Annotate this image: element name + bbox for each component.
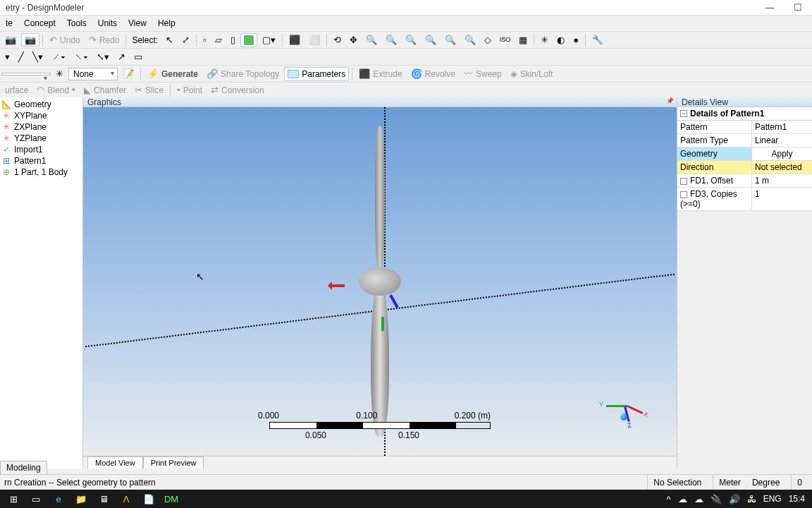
zoom-fit-icon[interactable]: 🔍 — [422, 33, 440, 47]
surface-button[interactable]: urface — [1, 83, 32, 97]
parameters-button[interactable]: Parameters — [284, 67, 349, 81]
conversion-button[interactable]: ⇄Conversion — [207, 83, 268, 97]
lasso-select-icon[interactable]: ⬜ — [305, 33, 324, 47]
zoom-in-icon[interactable]: 🔍 — [362, 33, 381, 47]
pan-icon[interactable]: ✥ — [346, 33, 361, 47]
line5-icon[interactable]: ⤡▾ — [93, 50, 113, 64]
line4-icon[interactable]: ⟍▾ — [70, 50, 92, 64]
menubar: te Concept Tools Units View Help — [0, 16, 812, 31]
rotate-icon[interactable]: ⟲ — [330, 33, 345, 47]
menu-view[interactable]: View — [123, 18, 152, 28]
select-face-icon[interactable]: ▯ — [227, 33, 239, 47]
select-cursor-icon[interactable]: ⤢ — [178, 33, 193, 47]
tray-onedrive-icon[interactable]: ☁ — [678, 495, 687, 504]
tree-root[interactable]: 📐Geometry — [0, 99, 82, 110]
select-edge-icon[interactable]: ▱ — [211, 33, 226, 47]
share-topology-button[interactable]: 🔗Share Topology — [203, 67, 283, 81]
plane-icon[interactable]: ✳ — [52, 67, 67, 80]
menu-help[interactable]: Help — [152, 18, 181, 28]
app1-icon[interactable]: 🖥 — [93, 491, 114, 507]
line-icon[interactable]: ╱ — [15, 50, 27, 64]
menu-units[interactable]: Units — [92, 18, 123, 28]
prop-pattern[interactable]: Pattern Pattern1 — [677, 121, 812, 134]
zoom-sel-icon[interactable]: 🔍 — [441, 33, 460, 47]
prop-fd3-copies[interactable]: FD3, Copies (>=0) 1 — [677, 188, 812, 211]
tray-network-icon[interactable]: 🖧 — [747, 495, 756, 504]
select-mode-dropdown[interactable]: ▢▾ — [259, 33, 279, 47]
slice-button[interactable]: ✂Slice — [131, 83, 167, 97]
select-arrow-icon[interactable]: ↖ — [162, 33, 177, 47]
rect-icon[interactable]: ▭ — [130, 50, 146, 64]
line3-icon[interactable]: ⟋▾ — [48, 50, 69, 64]
prop-fd1-offset[interactable]: FD1, Offset 1 m — [677, 174, 812, 188]
toolbar-row-1: 📷 📷 ↶Undo ↷Redo Select: ↖ ⤢ ▫ ▱ ▯ ▢▾ ⬛ ⬜… — [0, 31, 812, 48]
minimize-button[interactable]: — — [756, 0, 784, 16]
start-button[interactable]: ⊞ — [3, 491, 24, 507]
zoom-box-icon[interactable]: 🔍 — [402, 33, 420, 47]
select-body-icon[interactable] — [240, 33, 257, 47]
tray-time[interactable]: 15:4 — [789, 494, 805, 504]
point-button[interactable]: •Point — [173, 83, 206, 97]
sweep-button[interactable]: 〰Sweep — [460, 67, 505, 81]
tab-print-preview[interactable]: Print Preview — [143, 456, 204, 468]
view-triad[interactable] — [606, 391, 648, 426]
probe-icon[interactable]: 🔧 — [589, 33, 607, 47]
undo-button[interactable]: ↶Undo — [46, 33, 84, 47]
line2-icon[interactable]: ╲▾ — [29, 50, 47, 64]
dot-icon[interactable]: ● — [570, 33, 582, 47]
tree-import1[interactable]: ✓Import1 — [0, 144, 82, 155]
look-at-icon[interactable]: ◇ — [481, 33, 495, 47]
menu-create[interactable]: te — [0, 18, 18, 28]
tray-lang[interactable]: ENG — [763, 494, 782, 504]
blend-button[interactable]: ◠Blend▾ — [33, 83, 79, 97]
iso-icon[interactable]: ISO — [496, 35, 515, 45]
graphics-header: Graphics 📌 — [83, 97, 677, 107]
details-subheader[interactable]: − Details of Pattern1 — [677, 107, 812, 121]
edge-icon[interactable]: e — [48, 491, 69, 507]
task-view-icon[interactable]: ▭ — [25, 491, 47, 507]
display-icon[interactable]: ▦ — [515, 33, 531, 47]
tree-yzplane[interactable]: ✳YZPlane — [0, 133, 82, 144]
explorer-icon[interactable]: 📁 — [70, 491, 92, 507]
shade-icon[interactable]: ◐ — [553, 33, 568, 47]
revolve-button[interactable]: 🌀Revolve — [407, 67, 459, 81]
graphics-viewport[interactable]: ↖ 0.000 0.100 0.200 (m) 0.050 0.150 — [83, 107, 677, 456]
zoom-out-icon[interactable]: 🔍 — [382, 33, 400, 47]
menu-concept[interactable]: Concept — [18, 18, 61, 28]
prop-geometry[interactable]: Geometry Apply — [677, 147, 812, 161]
tree-zxplane[interactable]: ✳ZXPlane — [0, 121, 82, 133]
maximize-button[interactable]: ☐ — [784, 0, 812, 16]
tray-cloud-icon[interactable]: ☁ — [694, 495, 703, 504]
line6-icon[interactable]: ↗ — [114, 50, 129, 64]
sketch-select[interactable] — [1, 73, 51, 75]
sketch-dropdown-1[interactable]: ▾ — [1, 50, 13, 64]
new-sketch-icon[interactable]: 📝 — [119, 67, 137, 80]
pin-icon[interactable]: 📌 — [666, 97, 674, 104]
tree-part-body[interactable]: ⊕1 Part, 1 Body — [0, 167, 82, 178]
tree-pattern1[interactable]: ⊞Pattern1 — [0, 155, 82, 167]
tray-volume-icon[interactable]: 🔊 — [729, 495, 740, 504]
redo-button[interactable]: ↷Redo — [85, 33, 123, 47]
menu-tools[interactable]: Tools — [61, 18, 92, 28]
select-vertex-icon[interactable]: ▫ — [199, 33, 210, 47]
plane-select[interactable]: None — [68, 68, 118, 80]
save-icon[interactable]: 📷 — [1, 33, 20, 47]
tree-xyplane[interactable]: ✳XYPlane — [0, 110, 82, 121]
snapshot-icon[interactable]: 📷 — [21, 33, 39, 47]
prop-direction[interactable]: Direction Not selected — [677, 161, 812, 174]
skinloft-button[interactable]: ◈Skin/Loft — [507, 67, 557, 81]
zoom-prev-icon[interactable]: 🔍 — [461, 33, 479, 47]
box-select-icon[interactable]: ⬛ — [285, 33, 304, 47]
extrude-button[interactable]: ⬛Extrude — [355, 67, 405, 81]
app2-icon[interactable]: 📄 — [138, 491, 159, 507]
prop-pattern-type[interactable]: Pattern Type Linear — [677, 134, 812, 147]
tray-power-icon[interactable]: 🔌 — [710, 495, 722, 504]
generate-button[interactable]: ⚡Generate — [144, 66, 202, 81]
ansys-icon[interactable]: Λ — [116, 491, 137, 507]
dm-icon[interactable]: DM — [161, 491, 182, 507]
tray-up-icon[interactable]: ^ — [667, 495, 671, 504]
tab-modeling[interactable]: Modeling — [0, 461, 47, 474]
axes-icon[interactable]: ✳ — [537, 33, 552, 47]
chamfer-button[interactable]: ◣Chamfer — [80, 83, 130, 97]
tab-model-view[interactable]: Model View — [87, 456, 143, 468]
